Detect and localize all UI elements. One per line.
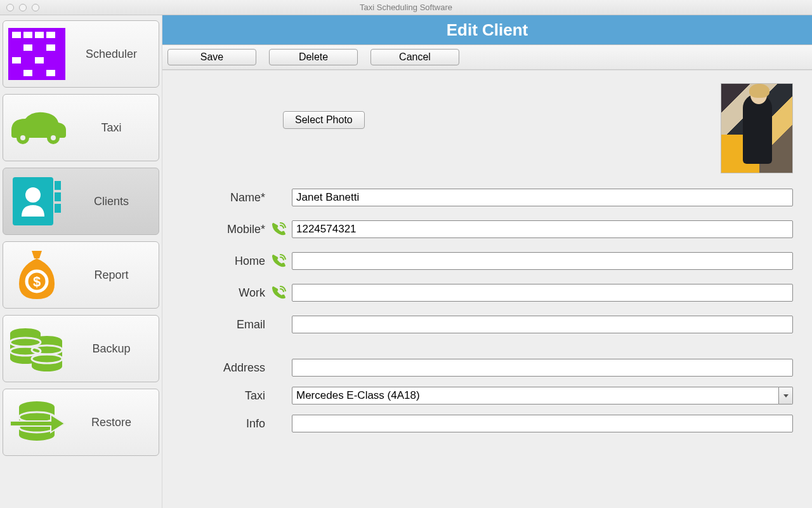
taxi-select-value: Mercedes E-Class (4A18) bbox=[292, 387, 779, 404]
sidebar-item-backup[interactable]: Backup bbox=[3, 315, 159, 382]
svg-rect-17 bbox=[55, 192, 61, 201]
svg-rect-2 bbox=[23, 32, 32, 38]
page-title: Edit Client bbox=[447, 20, 528, 40]
money-bag-icon: $ bbox=[3, 242, 70, 308]
svg-rect-16 bbox=[55, 181, 61, 190]
sidebar-item-scheduler[interactable]: Scheduler bbox=[3, 20, 159, 88]
svg-rect-5 bbox=[23, 44, 32, 51]
svg-rect-7 bbox=[12, 57, 21, 64]
photo-row: Select Photo bbox=[181, 83, 793, 173]
car-icon bbox=[3, 95, 70, 161]
database-arrow-icon bbox=[3, 389, 70, 455]
mobile-label: Mobile* bbox=[181, 223, 270, 236]
svg-point-12 bbox=[20, 135, 25, 140]
name-input[interactable] bbox=[292, 189, 793, 206]
sidebar: Scheduler Taxi bbox=[0, 15, 162, 508]
sidebar-item-taxi[interactable]: Taxi bbox=[3, 94, 159, 161]
svg-rect-4 bbox=[46, 32, 55, 38]
client-form: Name* Mobile* Home Work bbox=[181, 189, 793, 432]
svg-rect-6 bbox=[46, 44, 55, 51]
delete-button[interactable]: Delete bbox=[269, 49, 358, 65]
main-panel: Edit Client Save Delete Cancel Select Ph… bbox=[162, 15, 812, 508]
name-label: Name* bbox=[181, 191, 270, 204]
home-input[interactable] bbox=[292, 252, 793, 270]
svg-rect-3 bbox=[35, 32, 44, 38]
window-title: Taxi Scheduling Software bbox=[0, 3, 812, 12]
phone-call-icon[interactable] bbox=[270, 253, 287, 269]
sidebar-item-label: Clients bbox=[70, 195, 159, 208]
work-input[interactable] bbox=[292, 284, 793, 302]
app-body: Scheduler Taxi bbox=[0, 15, 812, 508]
page-header: Edit Client bbox=[162, 15, 812, 44]
database-stack-icon bbox=[3, 316, 70, 382]
svg-rect-1 bbox=[12, 32, 21, 38]
save-button[interactable]: Save bbox=[167, 49, 256, 65]
taxi-select[interactable]: Mercedes E-Class (4A18) bbox=[292, 387, 793, 404]
email-input[interactable] bbox=[292, 316, 793, 333]
sidebar-item-clients[interactable]: Clients bbox=[3, 168, 159, 235]
sidebar-item-label: Report bbox=[70, 269, 159, 282]
svg-text:$: $ bbox=[33, 274, 41, 290]
chevron-down-icon[interactable] bbox=[779, 387, 793, 404]
phone-call-icon[interactable] bbox=[270, 221, 287, 237]
sidebar-item-report[interactable]: $ Report bbox=[3, 241, 159, 309]
select-photo-button[interactable]: Select Photo bbox=[283, 111, 365, 129]
home-label: Home bbox=[181, 255, 270, 268]
action-toolbar: Save Delete Cancel bbox=[162, 44, 812, 70]
svg-rect-18 bbox=[55, 204, 61, 213]
svg-rect-9 bbox=[23, 70, 32, 76]
info-input[interactable] bbox=[292, 415, 793, 432]
sidebar-item-restore[interactable]: Restore bbox=[3, 389, 159, 456]
calendar-icon bbox=[3, 21, 70, 87]
sidebar-item-label: Taxi bbox=[70, 121, 159, 135]
sidebar-item-label: Scheduler bbox=[70, 48, 159, 61]
svg-point-14 bbox=[51, 135, 56, 140]
taxi-label: Taxi bbox=[181, 389, 270, 403]
form-content: Select Photo Name* Mobile* bbox=[162, 70, 812, 508]
address-label: Address bbox=[181, 361, 270, 375]
mobile-input[interactable] bbox=[292, 220, 793, 238]
sidebar-item-label: Backup bbox=[70, 342, 159, 356]
phone-call-icon[interactable] bbox=[270, 284, 287, 301]
address-input[interactable] bbox=[292, 359, 793, 377]
client-photo[interactable] bbox=[721, 83, 793, 173]
sidebar-item-label: Restore bbox=[70, 416, 159, 429]
window-titlebar: Taxi Scheduling Software bbox=[0, 0, 812, 15]
svg-rect-8 bbox=[35, 57, 44, 64]
svg-point-19 bbox=[25, 187, 41, 203]
cancel-button[interactable]: Cancel bbox=[370, 49, 459, 65]
work-label: Work bbox=[181, 286, 270, 300]
info-label: Info bbox=[181, 417, 270, 431]
svg-rect-10 bbox=[46, 70, 55, 76]
email-label: Email bbox=[181, 318, 270, 331]
contacts-icon bbox=[3, 168, 70, 234]
